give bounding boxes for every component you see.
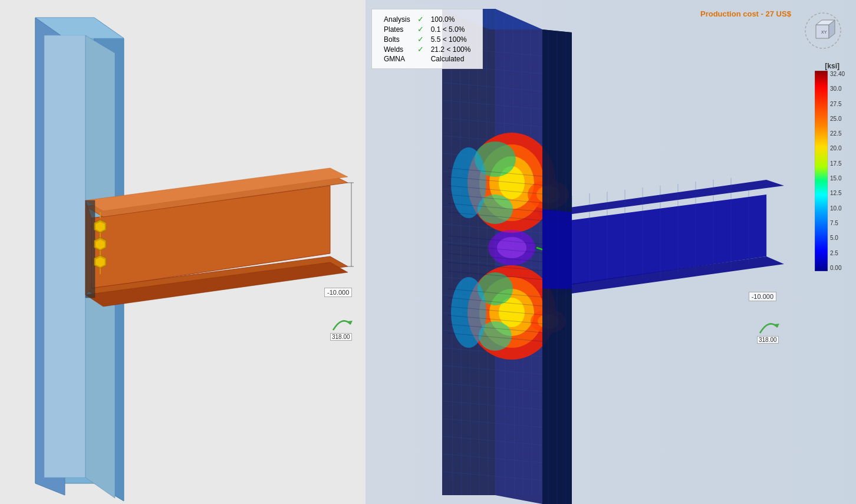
svg-marker-15 [96,222,105,232]
color-scale-labels: 32.40 30.0 27.5 25.0 22.5 20.0 17.5 15.0… [830,71,845,271]
right-fea-view [366,0,856,504]
svg-marker-5 [44,35,85,477]
left-3d-panel: -10.000 318.00 [0,0,366,504]
right-rotation-annotation: 318.00 [757,315,781,344]
production-cost-title: Production cost [700,9,759,18]
left-rotation-annotation: 318.00 [330,312,354,341]
production-cost-label: Production cost - 27 US$ [700,9,791,18]
svg-point-103 [451,277,486,348]
svg-text:XY: XY [821,30,827,34]
scale-label-5: 20.0 [830,145,845,151]
scale-label-2: 27.5 [830,101,845,107]
scale-label-7: 15.0 [830,175,845,182]
analysis-label-welds: Welds [380,44,414,54]
scale-label-6: 17.5 [830,160,845,167]
svg-marker-19 [96,257,105,267]
left-rot-value: 318.00 [330,333,352,341]
scale-label-13: 0.00 [830,265,845,271]
svg-point-105 [497,237,526,258]
color-scale-bar [815,71,828,271]
analysis-check-bolts: ✓ [414,34,427,44]
right-dim-value: -10.000 [752,293,773,300]
production-cost-separator: - [761,9,766,18]
scale-label-8: 12.5 [830,190,845,196]
analysis-row-plates: Plates ✓ 0.1 < 5.0% [380,24,474,34]
svg-point-94 [451,147,486,218]
right-3d-panel: B2: 0.148 B1: 0.088 B3: 0.094 -10.000 31… [366,0,856,504]
analysis-check-plates: ✓ [414,24,427,34]
analysis-value-welds: 21.2 < 100% [427,44,475,54]
svg-marker-129 [542,209,572,289]
analysis-value-bolts: 5.5 < 100% [427,34,475,44]
analysis-row-gmna: GMNA Calculated [380,54,474,64]
analysis-check-welds: ✓ [414,44,427,54]
analysis-label-analysis: Analysis [380,14,414,24]
scale-label-3: 25.0 [830,116,845,122]
analysis-table: Analysis ✓ 100.0% Plates ✓ 0.1 < 5.0% Bo… [380,14,474,64]
analysis-check-gmna [414,54,427,64]
svg-rect-131 [815,71,828,271]
right-dim-annotation: -10.000 [749,292,776,301]
right-rot-value: 318.00 [757,336,779,344]
scale-label-4: 22.5 [830,130,845,137]
analysis-info-box: Analysis ✓ 100.0% Plates ✓ 0.1 < 5.0% Bo… [371,9,483,69]
production-cost-value: 27 US$ [766,9,791,18]
analysis-label-bolts: Bolts [380,34,414,44]
analysis-label-gmna: GMNA [380,54,414,64]
analysis-row-welds: Welds ✓ 21.2 < 100% [380,44,474,54]
svg-rect-13 [85,200,95,298]
svg-marker-17 [96,239,105,249]
scale-label-12: 2.5 [830,250,845,256]
analysis-value-analysis: 100.0% [427,14,475,24]
left-dim-annotation: -10.000 [324,288,352,297]
left-dim-value: -10.000 [327,289,349,296]
analysis-label-plates: Plates [380,24,414,34]
scale-label-0: 32.40 [830,71,845,77]
scale-label-9: 10.0 [830,205,845,212]
analysis-check-analysis: ✓ [414,14,427,24]
analysis-value-plates: 0.1 < 5.0% [427,24,475,34]
color-scale: 32.40 30.0 27.5 25.0 22.5 20.0 17.5 15.0… [815,71,838,271]
nav-cube[interactable]: XY [804,12,839,47]
unit-label: [ksi] [825,62,839,70]
left-3d-view [0,0,366,504]
analysis-row-analysis: Analysis ✓ 100.0% [380,14,474,24]
scale-label-10: 7.5 [830,220,845,226]
analysis-value-gmna: Calculated [427,54,475,64]
scale-label-11: 5.0 [830,235,845,241]
scale-label-1: 30.0 [830,85,845,92]
analysis-row-bolts: Bolts ✓ 5.5 < 100% [380,34,474,44]
main-container: -10.000 318.00 [0,0,856,504]
unit-text: [ksi] [825,62,839,70]
